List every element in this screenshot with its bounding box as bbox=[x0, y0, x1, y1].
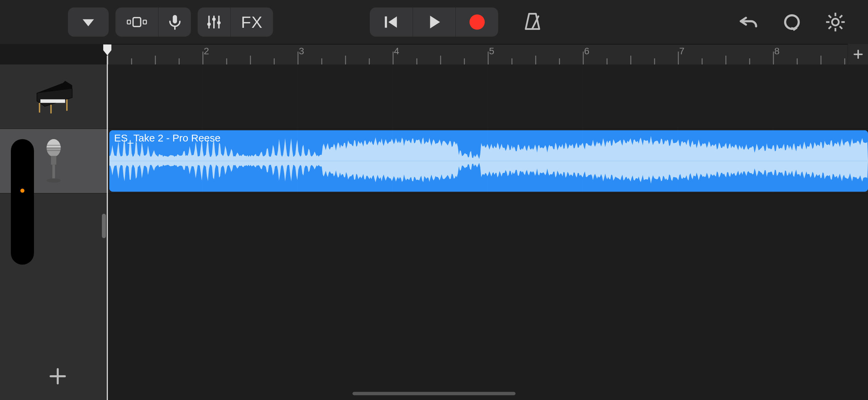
add-track-button[interactable] bbox=[44, 363, 71, 390]
record-button[interactable] bbox=[455, 7, 498, 37]
add-section-button[interactable] bbox=[848, 44, 868, 64]
ruler-bar-number: 6 bbox=[584, 46, 590, 57]
track-lane-audio[interactable]: ES_Take 2 - Pro Reese bbox=[107, 129, 868, 193]
ruler-bar-number: 3 bbox=[299, 46, 304, 57]
undo-button[interactable] bbox=[736, 10, 761, 34]
transport-controls bbox=[370, 7, 498, 37]
svg-point-12 bbox=[469, 15, 485, 30]
track-lane-piano[interactable] bbox=[107, 64, 868, 129]
undo-icon bbox=[738, 12, 759, 32]
ruler-bar-number: 5 bbox=[489, 46, 494, 57]
tracks-menu-button[interactable] bbox=[68, 7, 109, 37]
plus-icon bbox=[48, 367, 67, 386]
svg-point-9 bbox=[212, 17, 216, 21]
audio-region-label: ES_Take 2 - Pro Reese bbox=[114, 132, 221, 144]
playhead-line bbox=[107, 56, 108, 400]
track-header-column bbox=[0, 64, 107, 400]
settings-button[interactable] bbox=[823, 10, 848, 34]
svg-rect-26 bbox=[40, 99, 65, 102]
timeline-ruler[interactable]: 2345678 bbox=[107, 44, 868, 64]
svg-rect-3 bbox=[173, 15, 177, 23]
top-toolbar: FX bbox=[0, 0, 868, 44]
svg-rect-35 bbox=[52, 165, 55, 179]
svg-point-8 bbox=[207, 22, 211, 26]
loop-icon bbox=[782, 12, 802, 32]
svg-line-20 bbox=[829, 15, 831, 18]
rewind-button[interactable] bbox=[370, 7, 413, 37]
svg-rect-2 bbox=[143, 20, 146, 24]
ruler-bar-number: 7 bbox=[679, 46, 685, 57]
playhead-handle[interactable] bbox=[103, 44, 112, 56]
svg-rect-34 bbox=[51, 156, 56, 165]
mixer-button[interactable] bbox=[198, 7, 230, 37]
view-mic-group bbox=[115, 7, 191, 37]
triangle-down-icon bbox=[80, 14, 97, 31]
ruler-bar-number: 8 bbox=[774, 46, 780, 57]
toolbar-right bbox=[736, 10, 848, 34]
track-scroll-thumb[interactable] bbox=[102, 214, 106, 238]
play-button[interactable] bbox=[413, 7, 455, 37]
audio-region[interactable]: ES_Take 2 - Pro Reese bbox=[109, 130, 868, 192]
ruler-bar-number: 4 bbox=[394, 46, 399, 57]
microphone-icon bbox=[166, 14, 183, 31]
fx-label: FX bbox=[241, 13, 263, 32]
metronome-icon bbox=[522, 11, 543, 32]
svg-point-14 bbox=[785, 15, 799, 29]
svg-line-22 bbox=[829, 26, 831, 29]
svg-line-21 bbox=[840, 26, 843, 29]
dynamic-island bbox=[11, 139, 34, 265]
svg-rect-0 bbox=[127, 20, 130, 24]
mixer-fx-group: FX bbox=[198, 7, 273, 37]
microphone-instrument-icon bbox=[28, 136, 79, 187]
fx-button[interactable]: FX bbox=[230, 7, 273, 37]
mic-input-button[interactable] bbox=[158, 7, 191, 37]
gear-icon bbox=[825, 12, 846, 32]
track-header-piano[interactable] bbox=[0, 64, 107, 129]
svg-line-23 bbox=[840, 15, 843, 18]
svg-point-15 bbox=[832, 19, 839, 25]
piano-instrument-icon bbox=[28, 71, 79, 122]
waveform-display bbox=[109, 130, 868, 192]
svg-point-36 bbox=[47, 178, 61, 183]
track-view-icon bbox=[127, 12, 147, 32]
metronome-button[interactable] bbox=[522, 11, 543, 33]
ruler-bar-number: 2 bbox=[204, 46, 209, 57]
svg-rect-11 bbox=[385, 16, 387, 27]
plus-icon bbox=[852, 49, 864, 60]
svg-point-10 bbox=[217, 21, 220, 24]
view-toggle-button[interactable] bbox=[115, 7, 158, 37]
mixer-sliders-icon bbox=[205, 14, 222, 31]
recording-indicator-dot bbox=[20, 189, 24, 193]
home-indicator bbox=[352, 392, 516, 395]
play-icon bbox=[426, 14, 443, 31]
svg-rect-1 bbox=[133, 18, 141, 26]
track-lanes[interactable]: ES_Take 2 - Pro Reese bbox=[107, 64, 868, 400]
rewind-to-start-icon bbox=[383, 14, 400, 31]
record-icon bbox=[467, 12, 487, 32]
loop-button[interactable] bbox=[780, 10, 804, 34]
